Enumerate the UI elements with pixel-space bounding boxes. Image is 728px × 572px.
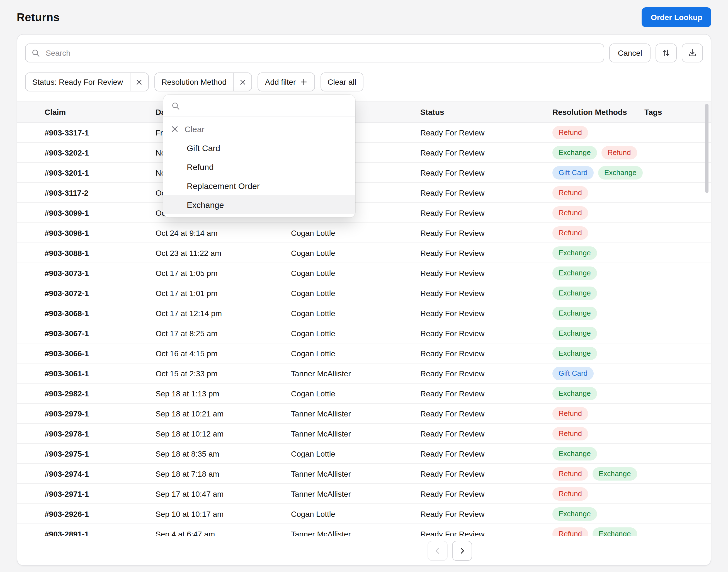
cell-status: Ready For Review bbox=[420, 389, 553, 398]
cell-methods: Exchange bbox=[553, 447, 644, 460]
cell-claim: #903-3201-1 bbox=[45, 168, 155, 177]
cancel-button[interactable]: Cancel bbox=[609, 44, 651, 62]
table-body: #903-3317-1 Frid Ready For Review Refund… bbox=[17, 123, 711, 544]
column-header-claim[interactable]: Claim bbox=[45, 108, 155, 117]
column-header-resolution-methods[interactable]: Resolution Methods bbox=[553, 108, 644, 117]
resolution-method-badge: Exchange bbox=[553, 246, 597, 260]
download-button[interactable] bbox=[682, 44, 703, 62]
dropdown-search-input[interactable] bbox=[185, 100, 347, 111]
table-row[interactable]: #903-2979-1 Sep 18 at 10:21 am Tanner Mc… bbox=[17, 404, 711, 424]
dropdown-clear-option[interactable]: Clear bbox=[163, 119, 355, 138]
filter-row: Status: Ready For Review Resolution Meth… bbox=[17, 71, 711, 101]
claims-table: Claim Date Customer Status Resolution Me… bbox=[17, 101, 711, 544]
cell-methods: ExchangeRefund bbox=[553, 146, 644, 159]
close-icon bbox=[136, 78, 143, 86]
cell-date: Oct 17 at 1:01 pm bbox=[155, 288, 291, 297]
resolution-method-badge: Exchange bbox=[592, 467, 637, 480]
dropdown-option-exchange[interactable]: Exchange bbox=[163, 195, 355, 214]
cell-methods: Exchange bbox=[553, 286, 644, 300]
page-header: Returns Order Lookup bbox=[17, 7, 711, 28]
table-row[interactable]: #903-3066-1 Oct 16 at 4:15 pm Cogan Lott… bbox=[17, 343, 711, 363]
cell-claim: #903-2975-1 bbox=[45, 449, 155, 458]
cell-claim: #903-3066-1 bbox=[45, 349, 155, 358]
cell-customer: Tanner McAllister bbox=[291, 469, 420, 478]
remove-resolution-method-filter-button[interactable] bbox=[233, 72, 252, 91]
cell-methods: Exchange bbox=[553, 347, 644, 360]
remove-status-filter-button[interactable] bbox=[130, 72, 149, 91]
resolution-method-badge: Exchange bbox=[553, 447, 597, 460]
search-box[interactable] bbox=[25, 44, 604, 62]
cell-status: Ready For Review bbox=[420, 228, 553, 237]
returns-page: Returns Order Lookup Cancel bbox=[0, 0, 728, 566]
table-row[interactable]: #903-2978-1 Sep 18 at 10:12 am Tanner Mc… bbox=[17, 424, 711, 444]
resolution-method-badge: Refund bbox=[553, 487, 588, 500]
table-row[interactable]: #903-3098-1 Oct 24 at 9:14 am Cogan Lott… bbox=[17, 223, 711, 243]
table-row[interactable]: #903-3072-1 Oct 17 at 1:01 pm Cogan Lott… bbox=[17, 283, 711, 303]
pagination-next-button[interactable] bbox=[452, 541, 472, 561]
toolbar: Cancel bbox=[17, 34, 711, 71]
cell-date: Sep 17 at 10:47 am bbox=[155, 489, 291, 498]
cell-status: Ready For Review bbox=[420, 449, 553, 458]
cell-customer: Cogan Lottle bbox=[291, 509, 420, 518]
table-row[interactable]: #903-2975-1 Sep 18 at 8:35 am Cogan Lott… bbox=[17, 444, 711, 464]
sort-button[interactable] bbox=[656, 44, 677, 62]
status-filter-label[interactable]: Status: Ready For Review bbox=[25, 72, 130, 91]
cell-claim: #903-2971-1 bbox=[45, 489, 155, 498]
table-row[interactable]: #903-3201-1 Nov Ready For Review Gift Ca… bbox=[17, 163, 711, 183]
cell-status: Ready For Review bbox=[420, 148, 553, 157]
page-title: Returns bbox=[17, 11, 60, 24]
cell-methods: Exchange bbox=[553, 246, 644, 260]
cell-methods: Exchange bbox=[553, 507, 644, 520]
cell-date: Sep 18 at 10:12 am bbox=[155, 429, 291, 438]
cell-methods: Refund bbox=[553, 206, 644, 219]
column-header-status[interactable]: Status bbox=[420, 108, 553, 117]
cell-status: Ready For Review bbox=[420, 269, 553, 277]
dropdown-option-replacement-order[interactable]: Replacement Order bbox=[163, 176, 355, 195]
dropdown-search-box[interactable] bbox=[163, 95, 355, 117]
cell-customer: Cogan Lottle bbox=[291, 308, 420, 317]
cell-methods: Refund bbox=[553, 407, 644, 420]
table-row[interactable]: #903-3061-1 Oct 15 at 2:33 pm Tanner McA… bbox=[17, 363, 711, 383]
cell-status: Ready For Review bbox=[420, 248, 553, 257]
dropdown-option-refund[interactable]: Refund bbox=[163, 157, 355, 176]
table-row[interactable]: #903-3068-1 Oct 17 at 12:14 pm Cogan Lot… bbox=[17, 303, 711, 324]
cell-methods: Gift CardExchange bbox=[553, 166, 644, 179]
table-header-row: Claim Date Customer Status Resolution Me… bbox=[17, 101, 711, 123]
search-input[interactable] bbox=[45, 48, 598, 58]
dropdown-clear-label: Clear bbox=[185, 124, 205, 134]
clear-all-button[interactable]: Clear all bbox=[320, 72, 363, 91]
cell-claim: #903-2974-1 bbox=[45, 469, 155, 478]
resolution-method-badge: Refund bbox=[553, 407, 588, 420]
order-lookup-button[interactable]: Order Lookup bbox=[642, 7, 711, 27]
table-scrollbar-thumb[interactable] bbox=[705, 104, 709, 193]
table-row[interactable]: #903-3202-1 Nov Ready For Review Exchang… bbox=[17, 143, 711, 163]
table-row[interactable]: #903-3088-1 Oct 23 at 11:22 am Cogan Lot… bbox=[17, 243, 711, 263]
table-row[interactable]: #903-3073-1 Oct 17 at 1:05 pm Cogan Lott… bbox=[17, 263, 711, 283]
table-row[interactable]: #903-3117-2 Oct Ready For Review Refund bbox=[17, 183, 711, 203]
column-header-tags[interactable]: Tags bbox=[644, 108, 711, 117]
cell-claim: #903-3117-2 bbox=[45, 188, 155, 197]
resolution-method-filter-label[interactable]: Resolution Method bbox=[154, 72, 234, 91]
dropdown-option-gift-card[interactable]: Gift Card bbox=[163, 138, 355, 157]
table-row[interactable]: #903-2971-1 Sep 17 at 10:47 am Tanner Mc… bbox=[17, 484, 711, 504]
table-row[interactable]: #903-2926-1 Sep 10 at 10:17 am Cogan Lot… bbox=[17, 504, 711, 524]
pagination-prev-button[interactable] bbox=[428, 541, 448, 561]
resolution-method-badge: Exchange bbox=[553, 327, 597, 340]
resolution-method-badge: Refund bbox=[553, 186, 588, 199]
cell-claim: #903-3099-1 bbox=[45, 208, 155, 217]
cell-status: Ready For Review bbox=[420, 469, 553, 478]
table-row[interactable]: #903-2982-1 Sep 18 at 1:13 pm Cogan Lott… bbox=[17, 383, 711, 404]
table-row[interactable]: #903-3099-1 Oct Ready For Review Refund bbox=[17, 203, 711, 223]
cell-status: Ready For Review bbox=[420, 369, 553, 378]
cell-claim: #903-2978-1 bbox=[45, 429, 155, 438]
table-row[interactable]: #903-3067-1 Oct 17 at 8:25 am Cogan Lott… bbox=[17, 324, 711, 343]
table-row[interactable]: #903-2974-1 Sep 18 at 7:18 am Tanner McA… bbox=[17, 464, 711, 484]
cell-status: Ready For Review bbox=[420, 429, 553, 438]
table-row[interactable]: #903-3317-1 Frid Ready For Review Refund bbox=[17, 123, 711, 143]
cell-customer: Cogan Lottle bbox=[291, 248, 420, 257]
add-filter-button[interactable]: Add filter bbox=[258, 72, 315, 91]
cell-status: Ready For Review bbox=[420, 288, 553, 297]
cell-methods: Refund bbox=[553, 487, 644, 500]
resolution-method-badge: Refund bbox=[601, 146, 637, 159]
cell-claim: #903-3061-1 bbox=[45, 369, 155, 378]
